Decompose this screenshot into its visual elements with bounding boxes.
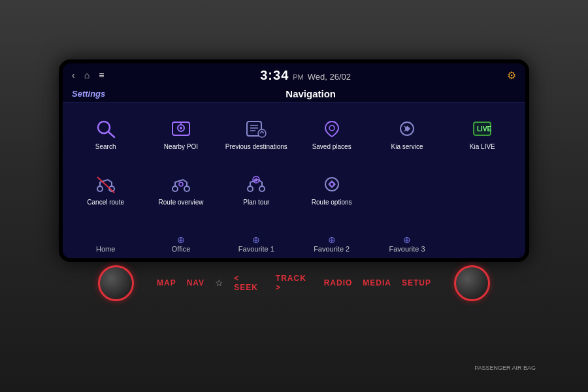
nav-header: Settings Navigation — [63, 87, 525, 103]
svg-point-23 — [259, 186, 265, 191]
seek-back-button[interactable]: < SEEK — [234, 274, 265, 292]
kia-live-label: Kia LIVE — [470, 143, 495, 151]
route-overview-label: Route overview — [159, 199, 204, 206]
nav-item-previous-dest[interactable]: Previous destinations — [219, 106, 294, 162]
star-icon[interactable]: ☆ — [215, 278, 223, 288]
route-overview-icon — [167, 172, 195, 196]
setup-button[interactable]: SETUP — [402, 278, 431, 287]
nearby-poi-label: Nearby POI — [164, 143, 198, 151]
svg-point-11 — [329, 125, 335, 131]
office-label: Office — [172, 245, 191, 253]
date: Wed, 26/02 — [308, 72, 351, 82]
clock-display: 3:34 PM Wed, 26/02 — [260, 68, 351, 83]
control-row: MAP NAV ☆ < SEEK TRACK > RADIO MEDIA SET… — [59, 267, 529, 299]
previous-dest-label: Previous destinations — [225, 143, 287, 151]
screen: ‹ ⌂ ≡ 3:34 PM Wed, 26/02 ⚙ Settings Navi… — [63, 63, 525, 258]
search-label: Search — [95, 143, 116, 151]
saved-places-label: Saved places — [312, 143, 351, 151]
settings-label[interactable]: Settings — [72, 89, 105, 99]
nav-item-route-overview[interactable]: Route overview — [143, 162, 218, 218]
fav1-label: Favourite 1 — [238, 245, 274, 253]
fav1-add-icon: ⊕ — [252, 235, 260, 245]
back-icon[interactable]: ‹ — [72, 70, 75, 80]
kia-service-label: Kia service — [391, 143, 423, 151]
svg-point-16 — [97, 186, 103, 191]
nav-item-plan-tour[interactable]: Plan tour — [219, 162, 294, 218]
svg-point-22 — [248, 186, 253, 191]
button-row: MAP NAV ☆ < SEEK TRACK > RADIO MEDIA SET… — [72, 274, 516, 292]
favourite2[interactable]: ⊕ Favourite 2 — [294, 217, 369, 255]
fav3-add-icon: ⊕ — [403, 235, 411, 245]
ampm: PM — [293, 73, 304, 81]
svg-text:LIVE: LIVE — [477, 125, 492, 133]
svg-point-27 — [325, 178, 338, 191]
kia-service-icon — [393, 117, 421, 140]
previous-dest-icon — [242, 117, 270, 140]
home-favourite[interactable]: Home — [68, 217, 143, 255]
cancel-route-icon — [92, 172, 120, 196]
search-icon — [92, 117, 120, 140]
home-label: Home — [96, 245, 115, 253]
right-knob[interactable] — [454, 265, 490, 301]
office-add-icon: ⊕ — [177, 235, 185, 245]
top-bar: ‹ ⌂ ≡ 3:34 PM Wed, 26/02 ⚙ — [63, 63, 525, 87]
media-button[interactable]: MEDIA — [363, 278, 391, 287]
nearby-poi-icon — [167, 117, 195, 140]
favourite3[interactable]: ⊕ Favourite 3 — [369, 217, 444, 255]
map-button[interactable]: MAP — [157, 278, 176, 287]
svg-point-28 — [330, 182, 334, 186]
alert-icon: ⚙ — [507, 69, 516, 82]
nav-item-search[interactable]: Search — [68, 106, 143, 162]
svg-point-4 — [180, 127, 182, 129]
svg-point-20 — [184, 186, 189, 191]
kia-live-icon: LIVE — [468, 117, 496, 140]
favourite1[interactable]: ⊕ Favourite 1 — [219, 217, 294, 255]
left-knob[interactable] — [98, 265, 134, 301]
home-icon[interactable]: ⌂ — [84, 70, 90, 80]
plan-tour-icon — [242, 172, 270, 196]
saved-places-icon — [318, 117, 346, 140]
nav-title: Navigation — [105, 88, 516, 99]
nav-item-nearby-poi[interactable]: Nearby POI — [143, 106, 218, 162]
svg-point-21 — [179, 182, 183, 186]
top-bar-left: ‹ ⌂ ≡ — [72, 70, 104, 80]
svg-point-10 — [258, 129, 266, 137]
fav2-add-icon: ⊕ — [328, 235, 336, 245]
main-grid: Search Nearby POI — [63, 103, 525, 258]
svg-line-1 — [108, 132, 114, 137]
airbag-text: PASSENGER AIR BAG — [474, 365, 536, 371]
svg-point-19 — [172, 186, 178, 191]
nav-item-route-options[interactable]: Route options — [294, 162, 369, 218]
fav2-label: Favourite 2 — [314, 245, 350, 253]
time: 3:34 — [260, 68, 289, 83]
airbag-label: PASSENGER AIR BAG — [474, 364, 536, 372]
nav-item-kia-service[interactable]: Kia service — [369, 106, 444, 162]
fav3-label: Favourite 3 — [389, 245, 425, 253]
nav-item-cancel-route[interactable]: Cancel route — [68, 162, 143, 218]
track-forward-button[interactable]: TRACK > — [276, 274, 314, 292]
radio-button[interactable]: RADIO — [324, 278, 353, 287]
route-options-label: Route options — [312, 199, 352, 206]
office-favourite[interactable]: ⊕ Office — [143, 217, 218, 255]
cancel-route-label: Cancel route — [87, 199, 124, 206]
car-interior: ‹ ⌂ ≡ 3:34 PM Wed, 26/02 ⚙ Settings Navi… — [0, 0, 588, 392]
svg-point-13 — [405, 127, 409, 131]
nav-button[interactable]: NAV — [187, 278, 204, 287]
route-options-icon — [318, 172, 346, 196]
nav-item-saved-places[interactable]: Saved places — [294, 106, 369, 162]
menu-icon[interactable]: ≡ — [99, 70, 104, 80]
screen-bezel: ‹ ⌂ ≡ 3:34 PM Wed, 26/02 ⚙ Settings Navi… — [59, 59, 529, 262]
nav-item-kia-live[interactable]: LIVE Kia LIVE — [445, 106, 520, 162]
plan-tour-label: Plan tour — [243, 199, 269, 206]
